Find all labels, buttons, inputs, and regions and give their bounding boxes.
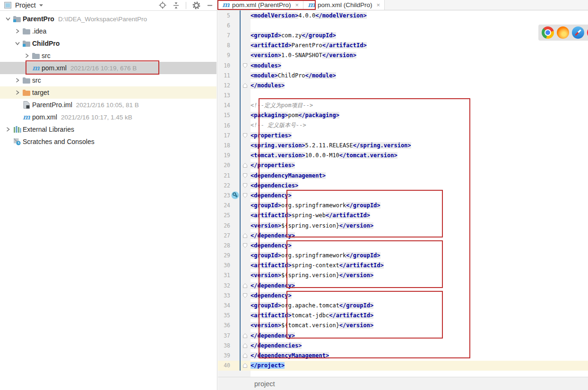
- code-line-14[interactable]: 14 <!--定义为pom项目-->: [218, 101, 588, 110]
- chevron-right-icon[interactable]: [13, 78, 22, 83]
- code-line-21[interactable]: 21 <dependencyManagement>: [218, 170, 588, 180]
- line-number[interactable]: 16: [221, 122, 230, 129]
- code-line-19[interactable]: 19 <tomcat.version>10.0.0-M10</tomcat.ve…: [218, 151, 588, 161]
- line-number[interactable]: 19: [221, 152, 230, 159]
- line-number[interactable]: 40: [221, 362, 230, 369]
- code-line-7[interactable]: 7 <groupId>com.zy</groupId>: [218, 30, 588, 40]
- tree-item-scratches-and-consoles[interactable]: Scratches and Consoles: [0, 136, 216, 148]
- chevron-right-icon[interactable]: [13, 29, 22, 34]
- code-line-28[interactable]: 28 <dependency>: [218, 240, 588, 250]
- tree-item-target[interactable]: target: [0, 86, 216, 99]
- code-line-5[interactable]: 5 <modelVersion>4.0.0</modelVersion>: [218, 10, 588, 20]
- code-line-39[interactable]: 39 </dependencyManagement>: [218, 350, 588, 360]
- line-number[interactable]: 14: [221, 102, 230, 109]
- tree-item-src[interactable]: src: [0, 74, 216, 86]
- line-number[interactable]: 30: [221, 262, 230, 269]
- line-number[interactable]: 18: [221, 142, 230, 149]
- line-number[interactable]: 28: [221, 242, 230, 249]
- code-line-33[interactable]: 33 <dependency>: [218, 290, 588, 300]
- tree-item-pom-xml[interactable]: mpom.xml2021/2/16 10:19, 676 B: [0, 62, 216, 74]
- code-editor[interactable]: 5 <modelVersion>4.0.0</modelVersion>67 <…: [218, 10, 588, 377]
- fold-close-icon[interactable]: [241, 343, 249, 348]
- settings-icon[interactable]: [192, 1, 200, 9]
- line-number[interactable]: 39: [221, 352, 230, 359]
- line-number[interactable]: 29: [221, 252, 230, 259]
- breadcrumb-item[interactable]: project: [254, 380, 275, 388]
- code-line-26[interactable]: 26 <version>${spring.version}</version>: [218, 220, 588, 230]
- line-number[interactable]: 23: [221, 192, 230, 199]
- line-number[interactable]: 17: [221, 132, 230, 139]
- code-line-36[interactable]: 36 <version>${tomcat.version}</version>: [218, 321, 588, 331]
- code-line-27[interactable]: 27 </dependency>: [218, 230, 588, 240]
- chevron-down-icon[interactable]: [4, 17, 12, 21]
- line-number[interactable]: 33: [221, 292, 230, 299]
- line-number[interactable]: 8: [221, 42, 230, 49]
- code-line-8[interactable]: 8 <artifactId>ParentPro</artifactId>: [218, 41, 588, 51]
- code-line-17[interactable]: 17 <properties>: [218, 130, 588, 140]
- code-line-30[interactable]: 30 <artifactId>spring-context</artifactI…: [218, 261, 588, 271]
- code-line-40[interactable]: 40</project>: [218, 361, 588, 371]
- code-line-37[interactable]: 37 </dependency>: [218, 331, 588, 340]
- line-number[interactable]: 25: [221, 212, 230, 219]
- tree-item-parentpro-iml[interactable]: ParentPro.iml2021/2/16 10:05, 81 B: [0, 99, 216, 111]
- code-line-15[interactable]: 15 <packaging>pom</packaging>: [218, 110, 588, 120]
- fold-open-icon[interactable]: [241, 173, 249, 178]
- tree-item-childpro[interactable]: ChildPro: [0, 37, 216, 50]
- code-line-9[interactable]: 9 <version>1.0-SNAPSHOT</version>: [218, 51, 588, 60]
- tab-pom-xml-parentpro[interactable]: mpom.xml (ParentPro)×: [218, 0, 303, 10]
- line-number[interactable]: 34: [221, 302, 230, 309]
- fold-open-icon[interactable]: [241, 243, 249, 248]
- tree-item-src[interactable]: src: [0, 50, 216, 62]
- chevron-down-icon[interactable]: [39, 4, 43, 7]
- line-number[interactable]: 21: [221, 172, 230, 179]
- line-number[interactable]: 35: [221, 312, 230, 319]
- firefox-icon[interactable]: [557, 26, 569, 39]
- fold-open-icon[interactable]: [241, 133, 249, 138]
- code-line-25[interactable]: 25 <artifactId>spring-web</artifactId>: [218, 211, 588, 220]
- fold-open-icon[interactable]: [241, 293, 249, 298]
- line-number[interactable]: 5: [221, 12, 230, 19]
- maven-dependency-icon[interactable]: [230, 191, 240, 199]
- chevron-right-icon[interactable]: [4, 127, 12, 132]
- line-number[interactable]: 22: [221, 182, 230, 189]
- tree-item-external-libraries[interactable]: External Libraries: [0, 123, 216, 136]
- line-number[interactable]: 10: [221, 62, 230, 69]
- locate-icon[interactable]: [159, 1, 166, 9]
- chevron-down-icon[interactable]: [13, 42, 22, 45]
- close-icon[interactable]: ×: [376, 1, 380, 8]
- line-number[interactable]: 24: [221, 202, 230, 209]
- code-line-6[interactable]: 6: [218, 20, 588, 30]
- line-number[interactable]: 15: [221, 112, 230, 119]
- code-line-29[interactable]: 29 <groupId>org.springframework</groupId…: [218, 251, 588, 261]
- code-line-16[interactable]: 16 <!-- 定义版本号-->: [218, 120, 588, 130]
- code-line-38[interactable]: 38 </dependencies>: [218, 340, 588, 350]
- code-line-13[interactable]: 13: [218, 91, 588, 101]
- line-number[interactable]: 11: [221, 72, 230, 79]
- line-number[interactable]: 26: [221, 222, 230, 229]
- fold-open-icon[interactable]: [241, 63, 249, 68]
- line-number[interactable]: 6: [221, 22, 230, 29]
- line-number[interactable]: 27: [221, 232, 230, 239]
- chrome-icon[interactable]: [542, 26, 554, 39]
- project-view-title[interactable]: Project: [15, 1, 36, 9]
- code-line-35[interactable]: 35 <artifactId>tomcat-jdbc</artifactId>: [218, 311, 588, 321]
- line-number[interactable]: 20: [221, 162, 230, 169]
- code-line-24[interactable]: 24 <groupId>org.springframework</groupId…: [218, 201, 588, 211]
- code-line-18[interactable]: 18 <spring.version>5.2.11.RELEASE</sprin…: [218, 140, 588, 150]
- line-number[interactable]: 37: [221, 332, 230, 339]
- line-number[interactable]: 36: [221, 322, 230, 329]
- line-number[interactable]: 7: [221, 32, 230, 39]
- fold-close-icon[interactable]: [241, 363, 249, 368]
- line-number[interactable]: 31: [221, 272, 230, 279]
- close-icon[interactable]: ×: [295, 1, 299, 8]
- collapse-all-icon[interactable]: [173, 2, 180, 9]
- code-line-34[interactable]: 34 <groupId>org.apache.tomcat</groupId>: [218, 300, 588, 310]
- fold-open-icon[interactable]: [241, 193, 249, 198]
- fold-close-icon[interactable]: [241, 83, 249, 88]
- line-number[interactable]: 13: [221, 92, 230, 99]
- chevron-right-icon[interactable]: [23, 53, 31, 58]
- line-number[interactable]: 9: [221, 52, 230, 59]
- code-line-23[interactable]: 23 <dependency>: [218, 190, 588, 200]
- safari-icon[interactable]: [572, 26, 584, 39]
- line-number[interactable]: 12: [221, 82, 230, 89]
